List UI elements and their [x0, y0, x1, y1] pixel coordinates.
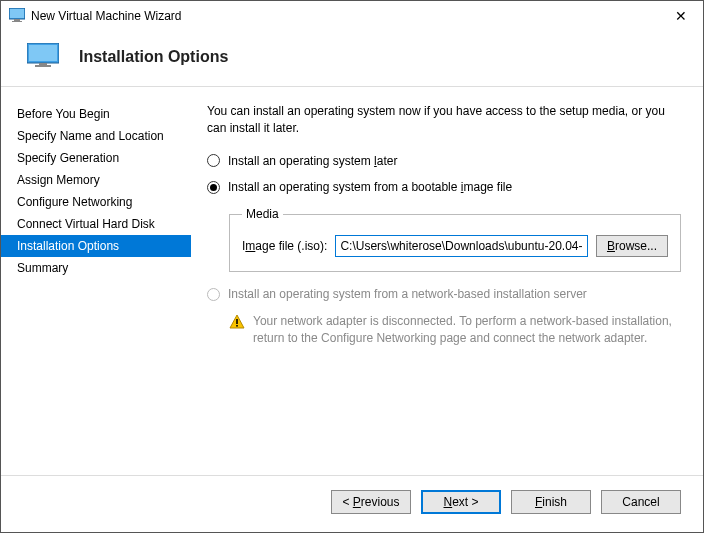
- svg-rect-5: [29, 45, 57, 61]
- warning-icon: [229, 314, 245, 347]
- previous-button[interactable]: < Previous: [331, 490, 411, 514]
- svg-rect-10: [236, 325, 238, 327]
- sidebar-item-before-you-begin[interactable]: Before You Begin: [1, 103, 191, 125]
- option-install-network: Install an operating system from a netwo…: [207, 286, 681, 303]
- media-group: Media Image file (.iso): Browse...: [229, 206, 681, 272]
- close-button[interactable]: ✕: [667, 6, 695, 26]
- image-file-label: Image file (.iso):: [242, 238, 327, 255]
- wizard-body: Before You Begin Specify Name and Locati…: [1, 87, 703, 475]
- sidebar-item-installation-options[interactable]: Installation Options: [1, 235, 191, 257]
- option-install-image-label: Install an operating system from a boota…: [228, 179, 512, 196]
- radio-install-image[interactable]: [207, 181, 220, 194]
- svg-rect-3: [12, 21, 22, 22]
- wizard-footer: < Previous Next > Finish Cancel: [1, 475, 703, 532]
- sidebar-item-configure-networking[interactable]: Configure Networking: [1, 191, 191, 213]
- wizard-sidebar: Before You Begin Specify Name and Locati…: [1, 87, 191, 475]
- svg-rect-7: [35, 65, 51, 67]
- radio-install-later[interactable]: [207, 154, 220, 167]
- svg-rect-6: [39, 63, 47, 65]
- option-install-image[interactable]: Install an operating system from a boota…: [207, 179, 681, 196]
- browse-button[interactable]: Browse...: [596, 235, 668, 257]
- svg-rect-9: [236, 319, 238, 324]
- sidebar-item-connect-vhd[interactable]: Connect Virtual Hard Disk: [1, 213, 191, 235]
- sidebar-item-specify-name[interactable]: Specify Name and Location: [1, 125, 191, 147]
- sidebar-item-assign-memory[interactable]: Assign Memory: [1, 169, 191, 191]
- titlebar: New Virtual Machine Wizard ✕: [1, 1, 703, 31]
- cancel-button[interactable]: Cancel: [601, 490, 681, 514]
- image-file-input[interactable]: [335, 235, 588, 257]
- intro-text: You can install an operating system now …: [207, 103, 681, 137]
- wizard-window: New Virtual Machine Wizard ✕ Installatio…: [0, 0, 704, 533]
- network-warning-text: Your network adapter is disconnected. To…: [253, 313, 681, 347]
- next-button[interactable]: Next >: [421, 490, 501, 514]
- finish-button[interactable]: Finish: [511, 490, 591, 514]
- window-title: New Virtual Machine Wizard: [31, 9, 667, 23]
- option-install-network-label: Install an operating system from a netwo…: [228, 286, 587, 303]
- wizard-header: Installation Options: [1, 31, 703, 87]
- network-warning: Your network adapter is disconnected. To…: [229, 313, 681, 347]
- option-install-later[interactable]: Install an operating system later: [207, 153, 681, 170]
- header-icon: [27, 43, 59, 70]
- page-title: Installation Options: [79, 48, 228, 66]
- option-install-later-label: Install an operating system later: [228, 153, 397, 170]
- media-legend: Media: [242, 206, 283, 223]
- sidebar-item-summary[interactable]: Summary: [1, 257, 191, 279]
- app-icon: [9, 8, 25, 25]
- svg-rect-2: [14, 19, 20, 21]
- radio-install-network: [207, 288, 220, 301]
- wizard-content: You can install an operating system now …: [191, 87, 703, 475]
- svg-rect-1: [10, 9, 24, 18]
- sidebar-item-specify-generation[interactable]: Specify Generation: [1, 147, 191, 169]
